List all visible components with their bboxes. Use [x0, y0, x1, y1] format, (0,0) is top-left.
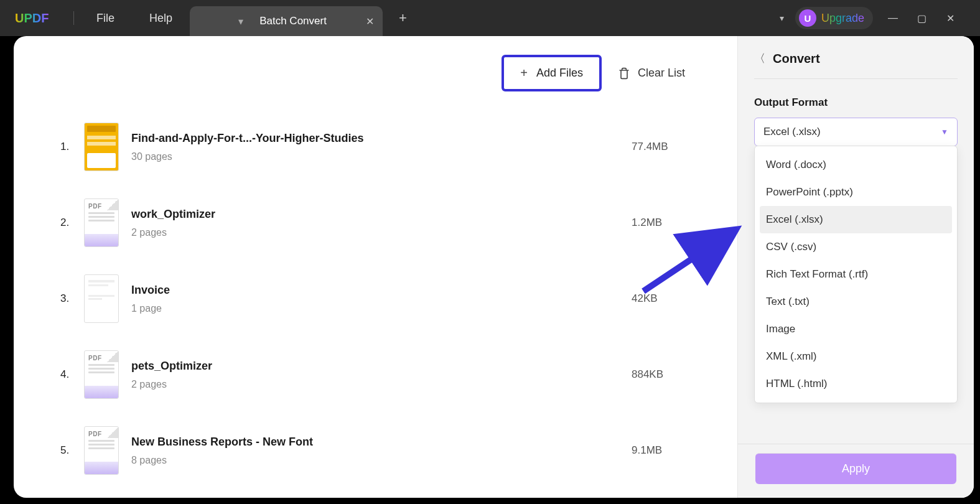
plus-icon: +	[520, 66, 528, 80]
file-index: 3.	[60, 292, 84, 305]
tab-close-icon[interactable]: ✕	[366, 16, 374, 27]
menu-file[interactable]: File	[79, 12, 132, 25]
dropdown-option[interactable]: Excel (.xlsx)	[760, 206, 952, 233]
file-size: 9.1MB	[632, 444, 706, 457]
file-name: work_Optimizer	[131, 208, 632, 221]
dropdown-option[interactable]: XML (.xml)	[760, 343, 952, 370]
clear-list-button[interactable]: Clear List	[618, 67, 685, 80]
app-logo: UPDF	[15, 11, 51, 26]
file-size: 884KB	[632, 368, 706, 381]
maximize-icon[interactable]: ▢	[913, 12, 930, 24]
file-index: 1.	[60, 141, 84, 153]
file-name: Find-and-Apply-For-t...-Your-Higher-Stud…	[131, 132, 632, 145]
output-format-dropdown: Word (.docx)PowerPoint (.pptx)Excel (.xl…	[754, 146, 958, 403]
file-index: 4.	[60, 368, 84, 381]
menu-help[interactable]: Help	[132, 12, 190, 25]
apply-button[interactable]: Apply	[755, 453, 956, 484]
dropdown-option[interactable]: Text (.txt)	[760, 288, 952, 315]
file-thumbnail: PDF	[84, 426, 119, 475]
file-thumbnail	[84, 274, 119, 323]
minimize-icon[interactable]: —	[884, 12, 902, 24]
caret-down-icon: ▼	[941, 128, 948, 136]
file-size: 42KB	[632, 292, 706, 305]
file-pages: 1 page	[131, 303, 632, 314]
file-row[interactable]: 4.PDFpets_Optimizer2 pages884KB	[60, 337, 706, 413]
sidebar-title: Convert	[773, 52, 820, 66]
close-icon[interactable]: ✕	[941, 12, 959, 24]
title-bar: UPDF File Help ▾ Batch Convert ✕ + ▾ U U…	[0, 0, 980, 36]
file-list-panel: + Add Files Clear List 1.Find-and-Apply-…	[14, 36, 737, 498]
dropdown-option[interactable]: PowerPoint (.pptx)	[760, 179, 952, 206]
file-pages: 30 pages	[131, 151, 632, 162]
file-pages: 8 pages	[131, 455, 632, 466]
file-info: Invoice1 page	[131, 284, 632, 314]
file-name: pets_Optimizer	[131, 360, 632, 373]
file-row[interactable]: 2.PDFwork_Optimizer2 pages1.2MB	[60, 185, 706, 261]
upgrade-label: Upgrade	[821, 12, 864, 25]
file-pages: 2 pages	[131, 227, 632, 238]
file-index: 5.	[60, 444, 84, 457]
file-info: work_Optimizer2 pages	[131, 208, 632, 238]
file-row[interactable]: 5.PDFNew Business Reports - New Font8 pa…	[60, 413, 706, 488]
file-info: pets_Optimizer2 pages	[131, 360, 632, 390]
output-format-select[interactable]: Excel (.xlsx) ▼	[754, 118, 958, 146]
dropdown-option[interactable]: Image	[760, 315, 952, 343]
file-thumbnail: PDF	[84, 198, 119, 247]
dropdown-option[interactable]: Rich Text Format (.rtf)	[760, 261, 952, 288]
add-files-label: Add Files	[536, 67, 583, 80]
dropdown-option[interactable]: CSV (.csv)	[760, 233, 952, 261]
dropdown-option[interactable]: HTML (.html)	[760, 370, 952, 398]
tab-dropdown-icon[interactable]: ▾	[238, 16, 243, 27]
convert-sidebar: 〈 Convert Output Format Excel (.xlsx) ▼ …	[737, 36, 974, 498]
file-list: 1.Find-and-Apply-For-t...-Your-Higher-St…	[60, 109, 706, 488]
file-name: New Business Reports - New Font	[131, 436, 632, 449]
output-format-label: Output Format	[754, 96, 958, 109]
file-info: New Business Reports - New Font8 pages	[131, 436, 632, 466]
add-files-button[interactable]: + Add Files	[502, 55, 602, 91]
divider	[738, 444, 974, 444]
file-row[interactable]: 3.Invoice1 page42KB	[60, 261, 706, 337]
file-size: 77.4MB	[632, 141, 706, 153]
file-pages: 2 pages	[131, 379, 632, 390]
svg-text:UPDF: UPDF	[15, 11, 49, 25]
window-dropdown-icon[interactable]: ▾	[780, 13, 784, 23]
file-size: 1.2MB	[632, 217, 706, 229]
back-icon[interactable]: 〈	[754, 51, 765, 66]
file-row[interactable]: 1.Find-and-Apply-For-t...-Your-Higher-St…	[60, 109, 706, 185]
menu-divider	[73, 11, 74, 25]
file-thumbnail	[84, 123, 119, 171]
file-index: 2.	[60, 217, 84, 229]
clear-list-label: Clear List	[638, 67, 685, 80]
dropdown-option[interactable]: Word (.docx)	[760, 151, 952, 179]
file-info: Find-and-Apply-For-t...-Your-Higher-Stud…	[131, 132, 632, 162]
tab-title: Batch Convert	[259, 15, 327, 27]
file-name: Invoice	[131, 284, 632, 297]
file-thumbnail: PDF	[84, 350, 119, 399]
avatar: U	[799, 9, 816, 27]
trash-icon	[618, 67, 630, 80]
upgrade-button[interactable]: U Upgrade	[795, 7, 873, 29]
new-tab-button[interactable]: +	[383, 10, 423, 26]
select-value: Excel (.xlsx)	[763, 126, 821, 138]
tab-batch-convert[interactable]: ▾ Batch Convert ✕	[190, 6, 383, 36]
